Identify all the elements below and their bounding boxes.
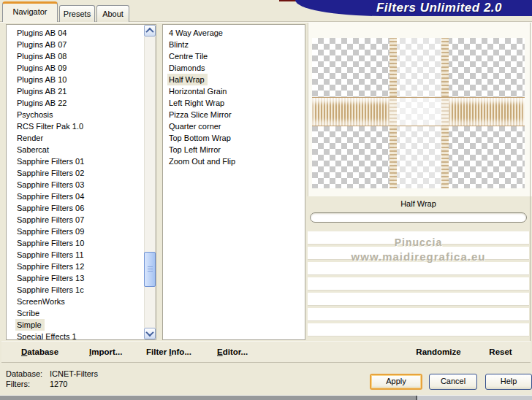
category-list-item[interactable]: Sapphire Filters 10 [15, 237, 87, 249]
category-list-item[interactable]: Plugins AB 22 [15, 97, 70, 109]
filter-list-item[interactable]: Top Left Mirror [167, 144, 224, 155]
category-listbox[interactable]: Plugins AB 04Plugins AB 07Plugins AB 08P… [6, 24, 156, 340]
filter-list-item[interactable]: Zoom Out and Flip [167, 155, 238, 167]
filter-list-item[interactable]: Diamonds [167, 62, 208, 74]
filter-list-item[interactable]: Horizontal Grain [167, 85, 229, 97]
category-list-item[interactable]: Sapphire Filters 03 [15, 179, 87, 191]
category-list-item[interactable]: Sapphire Filters 1c [15, 284, 87, 296]
bottom-strip [0, 396, 416, 400]
category-list-item[interactable]: Sapphire Filters 11 [15, 249, 87, 261]
editor-button[interactable]: Editor... [217, 347, 248, 356]
tab-presets[interactable]: Presets [59, 5, 95, 22]
preview-horizontal-band [312, 97, 525, 126]
category-list-item[interactable]: Scribe [15, 307, 42, 319]
category-list-item[interactable]: Sapphire Filters 02 [15, 167, 87, 179]
scrollbar-thumb[interactable] [144, 252, 156, 287]
category-list-item[interactable]: Sapphire Filters 13 [15, 272, 87, 284]
preview-band-intersection [390, 98, 449, 126]
filter-list-item[interactable]: Quarter corner [167, 120, 224, 132]
category-list-item[interactable]: Sabercat [15, 144, 52, 155]
category-list-item[interactable]: Plugins AB 08 [15, 50, 70, 62]
category-list-item[interactable]: ScreenWorks [15, 296, 68, 307]
category-list-item[interactable]: Plugins AB 10 [15, 74, 70, 85]
category-list-item[interactable]: Plugins AB 21 [15, 85, 70, 97]
tab-presets-label: Presets [64, 9, 91, 18]
tab-navigator-label: Navigator [12, 7, 47, 16]
app-banner: Filters Unlimited 2.0 [295, 0, 532, 16]
tab-about[interactable]: About [96, 5, 129, 22]
category-list-item[interactable]: Plugins AB 07 [15, 39, 70, 50]
category-list-item[interactable]: Sapphire Filters 01 [15, 155, 87, 167]
parameter-slider[interactable] [310, 212, 527, 223]
chevron-down-icon [145, 328, 153, 336]
category-list-item[interactable]: Plugins AB 04 [15, 27, 70, 39]
category-list-item[interactable]: Plugins AB 09 [15, 62, 70, 74]
apply-button[interactable]: Apply [370, 374, 422, 390]
reset-button[interactable]: Reset [475, 347, 526, 356]
filter-listbox[interactable]: 4 Way AverageBlintzCentre TileDiamondsHa… [162, 24, 305, 340]
category-list-item[interactable]: Special Effects 1 [15, 331, 80, 340]
filter-list-item[interactable]: Centre Tile [167, 50, 210, 62]
filter-list-item[interactable]: Blintz [167, 39, 191, 50]
status-filters-value: 1270 [50, 380, 67, 388]
watermark-url: www.maidiregrafica.eu [308, 250, 529, 263]
filter-list-item[interactable]: Left Right Wrap [167, 97, 227, 109]
preview-lace-row [449, 98, 525, 126]
panel-right-border [530, 23, 531, 363]
filter-list-item[interactable]: Half Wrap [167, 74, 208, 85]
chevron-up-icon [145, 28, 153, 36]
randomize-button[interactable]: Randomize [398, 347, 479, 356]
category-list-item[interactable]: Sapphire Filters 04 [15, 191, 87, 202]
status-filters-label: Filters: [6, 380, 30, 388]
category-list-item[interactable]: Psychosis [15, 109, 56, 120]
help-button[interactable]: Help [485, 374, 532, 390]
scroll-down-button[interactable] [144, 328, 156, 339]
import-button[interactable]: Import... [89, 347, 122, 356]
app-title: Filters Unlimited 2.0 [295, 0, 532, 15]
filter-info-button[interactable]: Filter Info... [146, 347, 191, 356]
scroll-up-button[interactable] [144, 25, 156, 36]
tab-about-label: About [102, 9, 123, 18]
category-list-item[interactable]: Sapphire Filters 09 [15, 226, 87, 237]
status-database-value: ICNET-Filters [50, 369, 98, 378]
category-list-item[interactable]: RCS Filter Pak 1.0 [15, 120, 86, 132]
category-list-item[interactable]: Sapphire Filters 12 [15, 261, 87, 272]
filter-list-item[interactable]: Top Bottom Wrap [167, 132, 234, 144]
filter-list-item[interactable]: Pizza Slice Mirror [167, 109, 235, 120]
category-list-item[interactable]: Sapphire Filters 06 [15, 202, 87, 214]
category-list-item[interactable]: Render [15, 132, 46, 144]
status-database-label: Database: [6, 369, 42, 378]
category-list-item[interactable]: Simple [15, 319, 45, 331]
database-button[interactable]: Database [21, 347, 58, 356]
category-list-item[interactable]: Sapphire Filters 07 [15, 214, 87, 226]
bottom-strip [417, 396, 532, 400]
preview-image [312, 38, 525, 188]
filter-list-item[interactable]: 4 Way Average [167, 27, 226, 39]
tab-navigator[interactable]: Navigator [2, 1, 58, 22]
cancel-button[interactable]: Cancel [429, 374, 477, 390]
selected-filter-name: Half Wrap [308, 197, 529, 211]
preview-lace-row [312, 98, 390, 126]
watermark-text: Pinuccia [308, 236, 529, 248]
